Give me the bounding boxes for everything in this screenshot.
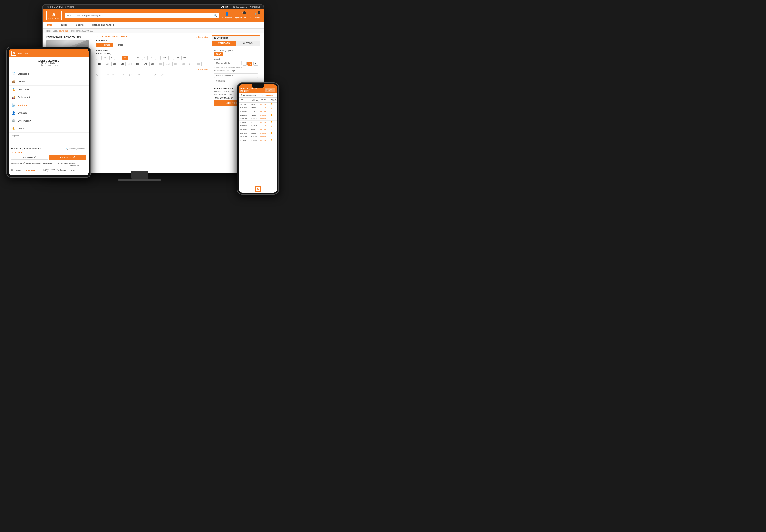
mobile-row-3[interactable]: 17/12/2023 €7,788.72 Invoiced 🔽 — [239, 110, 277, 113]
unit-m[interactable]: m — [253, 62, 258, 66]
dim-50[interactable]: 50 — [122, 56, 128, 60]
tablet-nav-profile[interactable]: 👤 My profile — [9, 109, 89, 117]
mobile-row-7[interactable]: 28/08/2023 €3,587.13 Invoiced 🔽 — [239, 124, 277, 128]
search-input[interactable] — [67, 14, 212, 17]
breadcrumb-round-bars[interactable]: Round bars — [59, 30, 69, 32]
forged-button[interactable]: Forged — [114, 43, 126, 47]
dim-240[interactable]: 240 — [188, 62, 194, 66]
search-placeholder[interactable]: Order n°, client ref... — [69, 148, 86, 150]
dim-55[interactable]: 55 — [129, 56, 134, 60]
dim-160[interactable]: 160 — [134, 62, 141, 66]
language-selector[interactable]: English — [220, 6, 228, 8]
reset-filters-top[interactable]: Reset filters — [196, 36, 208, 38]
contact-icon: ✋ — [12, 127, 15, 130]
tablet-nav-company[interactable]: 🏢 My company — [9, 117, 89, 125]
dim-75[interactable]: 75 — [155, 56, 161, 60]
basket-link[interactable]: 🛒 0 Basket — [254, 12, 260, 19]
logo[interactable]: S STAPPERT — [46, 11, 62, 20]
tablet-nav-delivery[interactable]: 🚚 Delivery notes — [9, 93, 89, 101]
nav-sheets[interactable]: Sheets — [72, 22, 88, 28]
hot-formed-button[interactable]: Hot Formed — [96, 43, 113, 47]
mobile-tab-invoiced[interactable]: ✓ INVOICED (5) — [258, 93, 277, 97]
mobile-row-8[interactable]: 19/08/2023 €677.45 Invoiced 🔽 — [239, 128, 277, 131]
mobile-tab-inprogress[interactable]: ⏳ IN PROGRESS (8) — [239, 93, 258, 97]
execution-label: EXECUTION — [96, 40, 208, 42]
dim-250[interactable]: 250 — [195, 62, 202, 66]
dim-65[interactable]: 65 — [142, 56, 148, 60]
mobile-row-1[interactable]: 24/01/2024 €37.50 Invoiced 🔽 — [239, 103, 277, 106]
dim-70[interactable]: 70 — [149, 56, 154, 60]
dim-180[interactable]: 180 — [149, 62, 156, 66]
mobile-row-9[interactable]: 03/07/2023 €836.19 Invoiced 🔽 — [239, 131, 277, 135]
tablet-nav-invoices[interactable]: 🧾 Invoices — [9, 101, 89, 109]
dim-40[interactable]: 40 — [109, 56, 115, 60]
tablet-nav-certificates[interactable]: 🏅 Certificates — [9, 86, 89, 93]
tab-cutting[interactable]: CUTTING — [236, 41, 260, 46]
invoice-row[interactable]: ☐ 495867 376074-001 4702022480/344389675… — [11, 167, 86, 173]
tablet-invoices-header: INVOICES (LAST 12 MONTHS) 🔍 Order n°, cl… — [11, 148, 86, 150]
dim-140[interactable]: 140 — [119, 62, 126, 66]
dim-170[interactable]: 170 — [142, 62, 148, 66]
mobile-row-5[interactable]: 07/10/2023 €2,372.73 Invoiced 🔽 — [239, 117, 277, 121]
unit-p[interactable]: p — [243, 62, 247, 66]
unit-kg[interactable]: kg — [247, 62, 252, 66]
top-bar: < Go to STAPPERT's website English +31 4… — [43, 5, 264, 9]
dim-210[interactable]: 210 — [165, 62, 171, 66]
monitor-base — [118, 179, 161, 181]
m-price-11: €2,555.66 — [251, 140, 260, 141]
row-checkbox[interactable]: ☐ — [11, 169, 15, 171]
mobile-row-11[interactable]: 07/03/2022 €2,555.66 Invoiced 🔽 — [239, 138, 277, 142]
mobile-row-4[interactable]: 03/11/2023 €410.50 Invoiced 🔽 — [239, 113, 277, 117]
diameter-label: Diameter (mm) — [96, 52, 208, 55]
dim-110[interactable]: 110 — [96, 62, 103, 66]
mobile-row-2[interactable]: 04/01/2024 €113.24 Invoiced 🔽 — [239, 106, 277, 110]
dim-220[interactable]: 220 — [172, 62, 179, 66]
tab-standard[interactable]: STANDARD — [212, 41, 236, 46]
tablet-nav-contact[interactable]: ✋ Contact — [9, 125, 89, 133]
dim-80[interactable]: 80 — [162, 56, 167, 60]
search-icon[interactable]: 🔍 — [213, 14, 217, 17]
goto-website-link[interactable]: < Go to STAPPERT's website — [46, 6, 74, 8]
mobile-table-header: DATE PRICE (EXCL. VAT) STATUS ORDER ACKN… — [239, 98, 277, 103]
dim-130[interactable]: 130 — [111, 62, 118, 66]
user-profile-link[interactable]: 👤 X.Collombe — [222, 12, 232, 19]
mobile-row-10[interactable]: 20/05/2022 €9,987.64 Invoiced 🔽 — [239, 135, 277, 138]
tablet-nav-orders[interactable]: 📦 Orders — [9, 78, 89, 86]
m-date-3: 17/12/2023 — [240, 111, 251, 112]
dim-30[interactable]: 30 — [96, 56, 102, 60]
invoices-icon: 🧾 — [12, 103, 15, 107]
nav-tubes[interactable]: Tubes — [56, 22, 72, 28]
dim-230[interactable]: 230 — [180, 62, 186, 66]
m-date-9: 03/07/2023 — [240, 132, 251, 134]
dim-90[interactable]: 90 — [175, 56, 180, 60]
dim-35[interactable]: 35 — [103, 56, 108, 60]
quotation-badge: 0 — [243, 11, 246, 14]
reset-filters-bottom[interactable]: Reset filters — [196, 68, 208, 70]
dim-85[interactable]: 85 — [168, 56, 174, 60]
quantity-input[interactable] — [214, 61, 242, 65]
internal-reference-input[interactable] — [214, 73, 258, 78]
sign-out-link[interactable]: Sign out — [9, 133, 89, 138]
mobile-search-box[interactable]: 🔍 client ref... — [265, 88, 275, 92]
tablet-nav-quotations[interactable]: 📄 Quotations — [9, 70, 89, 78]
nav-bars[interactable]: Bars — [43, 22, 56, 28]
mobile-row-6[interactable]: 01/10/2023 €930.13 Invoiced 🔽 — [239, 121, 277, 124]
processed-tab[interactable]: PROCESSED (5) — [49, 155, 86, 160]
mobile-title: ORDERS (LAST 12 MONTHS) — [240, 88, 265, 92]
m-price-1: €37.50 — [251, 104, 260, 105]
m-status-7: Invoiced — [260, 125, 271, 127]
dim-100[interactable]: 100 — [181, 56, 188, 60]
dim-60[interactable]: 60 — [136, 56, 141, 60]
nav-fittings[interactable]: Fittings and flanges — [88, 22, 118, 28]
m-col-order: ORDER ACKNOWLEDG. — [271, 99, 277, 101]
dim-120[interactable]: 120 — [104, 62, 110, 66]
contact-link[interactable]: Contact us — [250, 6, 260, 8]
dim-200[interactable]: 200 — [157, 62, 164, 66]
m-price-7: €3,587.13 — [251, 125, 260, 127]
dim-150[interactable]: 150 — [127, 62, 133, 66]
filter-label[interactable]: ▼ FILTER ▼ — [11, 152, 86, 154]
ongoing-tab[interactable]: ON GOING (0) — [11, 155, 48, 160]
dim-45[interactable]: 45 — [116, 56, 121, 60]
col-price: PRICE (EXCL. VAT) — [70, 162, 81, 166]
quotation-link[interactable]: 🗒 0 Quotation Request — [235, 12, 251, 19]
